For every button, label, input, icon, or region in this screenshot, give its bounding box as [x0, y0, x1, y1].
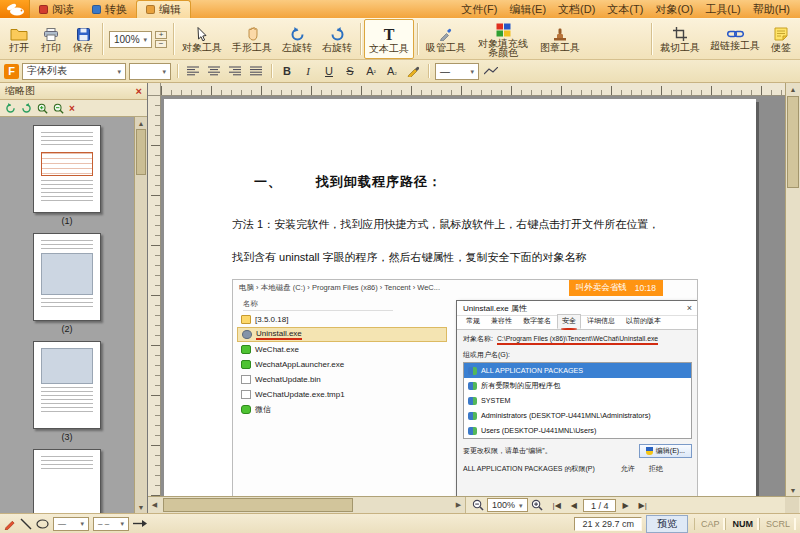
explorer-breadcrumb: 电脑 › 本地磁盘 (C:) › Program Files (x86) › T… [239, 283, 440, 293]
chevron-down-icon: ▾ [117, 68, 121, 75]
align-center-button[interactable] [205, 62, 223, 80]
vertical-scrollbar-track[interactable] [786, 95, 800, 484]
stamp-tool-button[interactable]: 图章工具 [535, 19, 585, 59]
save-floppy-icon [77, 28, 90, 41]
tab-read[interactable]: 阅读 [30, 0, 83, 18]
line-tool-icon[interactable] [20, 518, 32, 530]
app-logo[interactable] [0, 0, 30, 18]
pdf-page[interactable]: 一、找到卸载程序路径： 方法 1：安装完软件，找到应用快捷方式，鼠标放软件上，右… [164, 99, 756, 513]
dialog-tabs: 常规 兼容性 数字签名 安全 详细信息 以前的版本 [457, 316, 698, 330]
align-center-icon [208, 66, 220, 76]
thumb-zoom-in-icon[interactable] [37, 103, 48, 114]
hyperlink-tool-button[interactable]: 超链接工具 [705, 19, 765, 59]
tab-convert[interactable]: 转换 [83, 0, 136, 18]
thumbnail-scrollbar-track[interactable] [135, 129, 147, 501]
zoom-level-select[interactable]: 100% ▾ [487, 498, 528, 512]
thumb-delete-icon[interactable]: × [69, 103, 75, 114]
prev-page-button[interactable]: ◀ [567, 500, 581, 511]
rotate-left-button[interactable]: 左旋转 [277, 19, 317, 59]
ellipse-tool-icon[interactable] [36, 519, 49, 529]
menu-bar: 文件(F) 编辑(E) 文档(D) 文本(T) 对象(O) 工具(L) 帮助(H… [455, 0, 800, 18]
vertical-scrollbar[interactable]: ▲ ▼ [785, 83, 800, 496]
menu-edit[interactable]: 编辑(E) [503, 2, 552, 17]
edit-pencil-icon [146, 5, 155, 14]
first-page-button[interactable]: |◀ [549, 500, 565, 511]
subscript-button[interactable]: A₂ [383, 62, 401, 80]
scroll-left-icon[interactable]: ◀ [148, 499, 161, 511]
scroll-down-icon[interactable]: ▼ [786, 484, 800, 496]
hand-tool-button[interactable]: 手形工具 [227, 19, 277, 59]
bold-button[interactable]: B [278, 62, 296, 80]
line-style-select-bottom[interactable]: – – ▾ [93, 517, 129, 531]
scroll-right-icon[interactable]: ▶ [452, 499, 465, 511]
page-thumbnail-1[interactable] [33, 125, 101, 213]
thumb-rotate-right-icon[interactable] [21, 103, 32, 113]
zoom-in-button[interactable]: + [155, 31, 167, 39]
zoom-out-icon[interactable] [472, 499, 484, 511]
font-size-select[interactable]: ▾ [129, 63, 171, 80]
thumb-zoom-out-icon[interactable] [53, 103, 64, 114]
menu-text[interactable]: 文本(T) [601, 2, 649, 17]
align-justify-button[interactable] [247, 62, 265, 80]
preview-button[interactable]: 预览 [646, 515, 688, 533]
format-pen-button[interactable] [404, 62, 422, 80]
page-thumbnail-2[interactable] [33, 233, 101, 321]
thumb-rotate-left-icon[interactable] [5, 103, 16, 113]
zoom-out-button[interactable]: − [155, 40, 167, 48]
tab-edit[interactable]: 编辑 [136, 0, 191, 18]
menu-object[interactable]: 对象(O) [649, 2, 699, 17]
superscript-button[interactable]: A² [362, 62, 380, 80]
pencil-tool-icon[interactable] [4, 518, 16, 530]
save-button[interactable]: 保存 [67, 19, 99, 59]
scroll-up-icon[interactable]: ▲ [135, 117, 147, 129]
horizontal-scrollbar-thumb[interactable] [163, 498, 353, 512]
open-button[interactable]: 打开 [3, 19, 35, 59]
object-tool-button[interactable]: 对象工具 [177, 19, 227, 59]
users-icon [468, 427, 477, 435]
crop-tool-button[interactable]: 裁切工具 [655, 19, 705, 59]
page-thumbnail-3[interactable] [33, 341, 101, 429]
menu-tools[interactable]: 工具(L) [699, 2, 746, 17]
thumbnail-scrollbar[interactable]: ▲ ▼ [134, 117, 147, 513]
menu-document[interactable]: 文档(D) [552, 2, 601, 17]
line-style-value: – – [98, 519, 109, 528]
page-thumbnail-4[interactable] [33, 449, 101, 513]
read-book-icon [39, 5, 48, 14]
rotate-right-button[interactable]: 右旋转 [317, 19, 357, 59]
wechat-chat-icon [241, 405, 251, 414]
fill-stroke-color-button[interactable]: 对象填充线条颜色 [471, 19, 535, 59]
page-number-display[interactable]: 1 / 4 [583, 499, 617, 512]
underline-button[interactable]: U [320, 62, 338, 80]
thumbnail-panel-header: 缩略图 × [0, 83, 147, 100]
last-page-button[interactable]: ▶| [635, 500, 651, 511]
text-tool-button[interactable]: T 文本工具 [364, 19, 414, 59]
eyedropper-icon [439, 27, 453, 41]
horizontal-scrollbar[interactable]: ◀ ▶ [148, 497, 466, 513]
superscript-mark: ² [374, 68, 376, 75]
file-row: WeChat.exe [237, 342, 447, 357]
font-family-select[interactable]: 字体列表 ▾ [22, 63, 126, 80]
align-left-button[interactable] [184, 62, 202, 80]
thumbnail-scrollbar-thumb[interactable] [136, 129, 146, 175]
panel-close-icon[interactable]: × [136, 86, 142, 97]
strikethrough-button[interactable]: S [341, 62, 359, 80]
menu-help[interactable]: 帮助(H) [747, 2, 796, 17]
horizontal-scrollbar-track[interactable] [161, 497, 452, 513]
line-width-select-bottom[interactable]: — ▾ [53, 517, 89, 531]
line-width-select[interactable]: — ▾ [435, 63, 479, 80]
zoom-in-icon[interactable] [531, 499, 543, 511]
next-page-button[interactable]: ▶ [618, 500, 632, 511]
scroll-down-icon[interactable]: ▼ [135, 501, 147, 513]
arrow-tool-icon[interactable] [133, 519, 147, 528]
print-button[interactable]: 打印 [35, 19, 67, 59]
italic-button[interactable]: I [299, 62, 317, 80]
menu-file[interactable]: 文件(F) [455, 2, 503, 17]
eyedropper-tool-button[interactable]: 吸管工具 [421, 19, 471, 59]
zoom-select[interactable]: 100% ▾ [109, 31, 152, 48]
scroll-up-icon[interactable]: ▲ [786, 83, 800, 95]
vertical-scrollbar-thumb[interactable] [787, 96, 799, 188]
align-right-button[interactable] [226, 62, 244, 80]
zoom-value: 100% [114, 34, 140, 45]
note-tool-button[interactable]: 便签 [765, 19, 797, 59]
line-style-button[interactable] [482, 62, 500, 80]
